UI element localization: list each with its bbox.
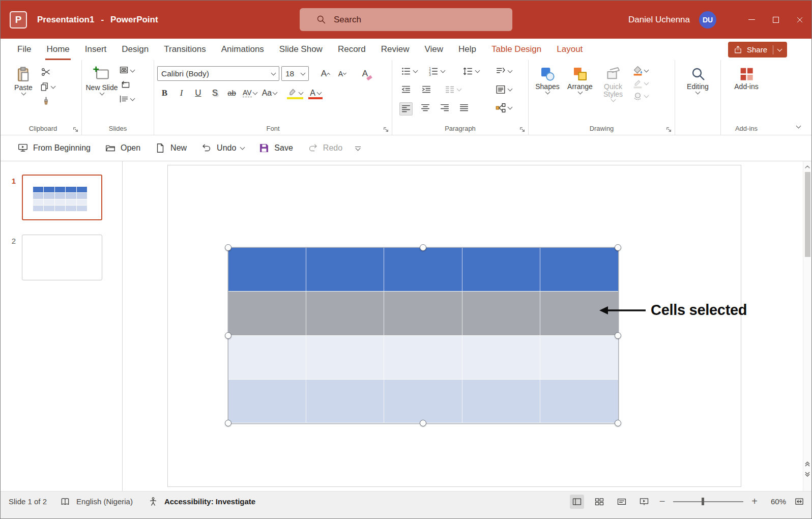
table-cell[interactable] (384, 248, 462, 291)
text-shadow-button[interactable]: S (208, 85, 222, 100)
format-painter-button[interactable] (39, 95, 53, 108)
font-dialog-launcher[interactable] (383, 126, 389, 133)
table-cell[interactable] (462, 380, 540, 423)
table-cell[interactable] (540, 380, 618, 423)
columns-button[interactable] (444, 84, 461, 95)
save-button[interactable]: Save (253, 139, 298, 157)
slide-thumbnail-2[interactable] (22, 235, 102, 280)
slide-table[interactable] (228, 248, 618, 423)
from-beginning-button[interactable]: From Beginning (12, 139, 96, 157)
font-name-select[interactable]: Calibri (Body) (157, 66, 279, 81)
editing-button[interactable]: Editing (680, 63, 716, 123)
drawing-dialog-launcher[interactable] (665, 126, 672, 133)
slide-canvas[interactable] (167, 165, 741, 487)
align-right-button[interactable] (439, 102, 450, 113)
zoom-out-button[interactable]: − (659, 496, 665, 507)
table-cell[interactable] (228, 380, 306, 423)
bold-button[interactable]: B (157, 85, 172, 100)
text-direction-button[interactable] (495, 66, 512, 77)
language-indicator[interactable]: English (Nigeria) (76, 497, 133, 506)
character-spacing-button[interactable]: AV (241, 85, 258, 100)
section-button[interactable] (119, 94, 134, 104)
tab-table-design[interactable]: Table Design (484, 39, 549, 60)
powerpoint-logo-icon[interactable]: P (10, 11, 27, 28)
zoom-slider[interactable] (673, 501, 743, 502)
shape-effects-button[interactable] (632, 91, 648, 101)
font-size-select[interactable]: 18 (281, 66, 309, 81)
paragraph-dialog-launcher[interactable] (519, 126, 526, 133)
accessibility-status[interactable]: Accessibility: Investigate (164, 497, 255, 506)
new-slide-button[interactable]: New Slide (85, 63, 119, 123)
align-left-button[interactable] (399, 102, 413, 116)
close-button[interactable] (788, 1, 811, 39)
shapes-button[interactable]: Shapes (532, 63, 563, 123)
reset-slide-button[interactable] (119, 78, 132, 92)
clipboard-dialog-launcher[interactable] (72, 126, 79, 133)
tab-slide-show[interactable]: Slide Show (272, 39, 330, 60)
resize-handle-bottom-left[interactable] (225, 420, 231, 426)
underline-button[interactable]: U (191, 85, 206, 100)
copy-button[interactable] (39, 81, 55, 92)
share-button[interactable]: Share (728, 42, 787, 57)
tab-home[interactable]: Home (39, 39, 77, 60)
table-cell-selected[interactable] (228, 292, 306, 335)
chevron-down-icon[interactable] (240, 145, 245, 150)
slideshow-view-button[interactable] (637, 495, 651, 509)
italic-button[interactable]: I (174, 85, 189, 100)
table-cell[interactable] (540, 248, 618, 291)
shape-outline-button[interactable] (632, 78, 648, 89)
collapse-ribbon-icon[interactable] (796, 124, 801, 129)
change-case-button[interactable]: Aa (260, 85, 279, 100)
tab-animations[interactable]: Animations (214, 39, 272, 60)
undo-button[interactable]: Undo (195, 139, 250, 157)
scroll-up-icon[interactable] (804, 164, 810, 170)
tab-transitions[interactable]: Transitions (156, 39, 214, 60)
next-slide-button[interactable] (804, 471, 811, 478)
scrollbar-thumb[interactable] (805, 172, 810, 257)
zoom-slider-thumb[interactable] (702, 498, 704, 505)
new-button[interactable]: New (149, 139, 192, 157)
avatar[interactable]: DU (699, 11, 716, 28)
numbering-button[interactable]: 123 (428, 66, 445, 77)
resize-handle-middle-right[interactable] (615, 332, 621, 339)
maximize-button[interactable] (764, 1, 788, 39)
table-cell[interactable] (228, 336, 306, 379)
tab-view[interactable]: View (417, 39, 451, 60)
normal-view-button[interactable] (570, 495, 584, 509)
resize-handle-middle-left[interactable] (225, 332, 231, 339)
shape-fill-button[interactable] (632, 65, 648, 76)
reading-view-button[interactable] (615, 495, 629, 509)
font-color-button[interactable]: A (307, 85, 324, 100)
clear-formatting-button[interactable]: A (358, 66, 372, 81)
quick-styles-button[interactable]: Quick Styles (597, 63, 629, 123)
increase-font-size-button[interactable]: A (318, 66, 333, 81)
align-center-button[interactable] (420, 102, 431, 113)
table-cell[interactable] (306, 248, 384, 291)
tab-insert[interactable]: Insert (77, 39, 114, 60)
table-cell[interactable] (228, 248, 306, 291)
zoom-level[interactable]: 60% (766, 497, 786, 506)
bullets-button[interactable] (400, 66, 417, 77)
slide-layout-button[interactable] (119, 65, 134, 76)
spell-check-icon[interactable] (60, 497, 70, 507)
addins-button[interactable]: Add-ins (727, 63, 766, 123)
tab-design[interactable]: Design (114, 39, 156, 60)
table-cell-selected[interactable] (384, 292, 462, 335)
resize-handle-top-middle[interactable] (420, 244, 426, 251)
user-name[interactable]: Daniel Uchenna (628, 15, 690, 25)
table-cell[interactable] (384, 380, 462, 423)
decrease-indent-button[interactable] (400, 84, 412, 95)
line-spacing-button[interactable] (462, 66, 479, 77)
zoom-in-button[interactable]: + (751, 496, 758, 507)
align-text-button[interactable] (495, 84, 512, 95)
cut-button[interactable] (39, 65, 53, 79)
tab-review[interactable]: Review (373, 39, 417, 60)
fit-slide-to-window-icon[interactable] (794, 497, 804, 507)
tab-layout[interactable]: Layout (549, 39, 590, 60)
redo-button[interactable]: Redo (302, 139, 348, 157)
resize-handle-top-left[interactable] (225, 244, 231, 251)
decrease-font-size-button[interactable]: A (335, 66, 350, 81)
tab-record[interactable]: Record (330, 39, 373, 60)
resize-handle-bottom-middle[interactable] (420, 420, 426, 426)
table-cell-selected[interactable] (306, 292, 384, 335)
